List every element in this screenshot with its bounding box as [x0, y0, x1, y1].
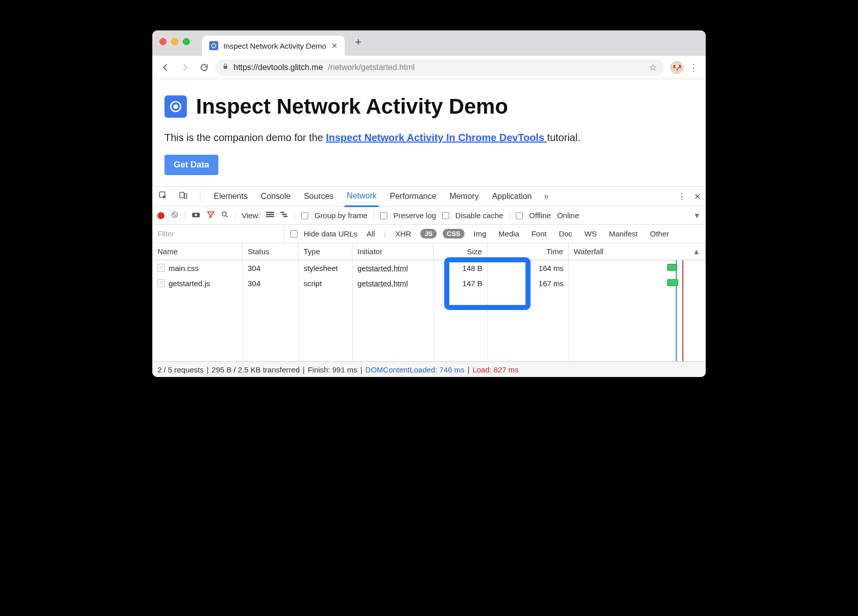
network-column-headers: Name Status Type Initiator Size Time Wat…	[152, 243, 706, 260]
preserve-log-label: Preserve log	[393, 211, 436, 220]
row-type: stylesheet	[299, 260, 352, 276]
close-window-icon[interactable]	[159, 38, 167, 45]
capture-screenshot-icon[interactable]	[191, 211, 201, 220]
profile-avatar[interactable]: 🐶	[670, 61, 683, 74]
reload-button[interactable]	[196, 59, 212, 76]
forward-button[interactable]	[177, 59, 193, 76]
get-data-button[interactable]: Get Data	[164, 155, 218, 175]
column-time[interactable]: Time	[487, 243, 569, 260]
filter-img[interactable]: Img	[471, 228, 489, 239]
filter-ws[interactable]: WS	[581, 228, 600, 239]
filter-all[interactable]: All	[364, 228, 378, 239]
column-status[interactable]: Status	[243, 243, 299, 260]
waterfall-bar	[667, 264, 677, 271]
hide-data-urls-checkbox[interactable]	[290, 230, 298, 237]
svg-rect-12	[266, 216, 274, 217]
page-heading-text: Inspect Network Activity Demo	[196, 94, 508, 119]
svg-rect-13	[280, 212, 284, 213]
row-type: script	[299, 276, 352, 291]
filter-other[interactable]: Other	[647, 228, 672, 239]
file-icon	[157, 279, 164, 287]
svg-rect-14	[282, 214, 287, 215]
sort-arrow-icon: ▲	[692, 247, 700, 256]
filter-manifest[interactable]: Manifest	[606, 228, 641, 239]
svg-rect-4	[180, 192, 184, 198]
throttling-dropdown-icon[interactable]: ▼	[693, 211, 701, 220]
url-path: /network/getstarted.html	[328, 63, 415, 72]
new-tab-button[interactable]: +	[350, 33, 367, 51]
tab-elements[interactable]: Elements	[212, 187, 250, 206]
record-button[interactable]	[157, 212, 164, 219]
more-tabs-icon[interactable]: »	[543, 192, 549, 201]
filter-xhr[interactable]: XHR	[392, 228, 414, 239]
status-finish: Finish: 991 ms	[308, 365, 357, 374]
waterfall-body	[569, 260, 706, 361]
intro-link[interactable]: Inspect Network Activity In Chrome DevTo…	[326, 132, 547, 143]
row-initiator[interactable]: getstarted.html	[357, 264, 408, 272]
status-load: Load: 827 ms	[473, 365, 519, 374]
column-waterfall[interactable]: Waterfall▲	[569, 243, 706, 260]
tab-sources[interactable]: Sources	[302, 187, 336, 206]
disable-cache-checkbox[interactable]	[442, 212, 449, 219]
offline-label: Offline	[529, 211, 551, 220]
filter-css[interactable]: CSS	[443, 229, 465, 238]
tab-application[interactable]: Application	[490, 187, 534, 206]
filter-toggle-icon[interactable]	[207, 211, 215, 220]
large-rows-icon[interactable]	[266, 211, 274, 220]
url-bar[interactable]: https://devtools.glitch.me/network/getst…	[215, 59, 664, 76]
group-by-frame-checkbox[interactable]	[301, 212, 308, 219]
svg-point-8	[195, 214, 197, 217]
zoom-window-icon[interactable]	[183, 38, 190, 45]
minimize-window-icon[interactable]	[171, 38, 178, 45]
filter-font[interactable]: Font	[529, 228, 550, 239]
browser-menu-icon[interactable]: ⋮	[686, 62, 701, 73]
column-type[interactable]: Type	[299, 243, 352, 260]
device-toggle-icon[interactable]	[178, 191, 189, 202]
column-name[interactable]: Name	[152, 243, 243, 260]
devtools-tab-bar: Elements Console Sources Network Perform…	[152, 186, 706, 207]
devtools-menu-icon[interactable]: ⋮	[678, 192, 686, 201]
lock-icon	[222, 63, 228, 72]
inspect-element-icon[interactable]	[157, 191, 169, 202]
browser-tab-active[interactable]: Inspect Network Activity Demo ✕	[202, 36, 345, 56]
filter-input[interactable]	[152, 225, 284, 243]
row-name: main.css	[169, 264, 199, 272]
preserve-log-checkbox[interactable]	[380, 212, 387, 219]
network-toolbar: View: Group by frame Preserve log Disabl…	[152, 207, 706, 225]
svg-rect-15	[284, 216, 288, 217]
favicon-icon	[209, 41, 218, 50]
offline-checkbox[interactable]	[516, 212, 523, 219]
page-intro: This is the companion demo for the Inspe…	[164, 132, 694, 144]
load-line	[682, 260, 683, 361]
tab-console[interactable]: Console	[259, 187, 293, 206]
svg-rect-11	[266, 214, 274, 215]
network-filter-row: Hide data URLs All | XHR JS CSS Img Medi…	[152, 225, 706, 243]
waterfall-view-icon[interactable]	[280, 211, 288, 220]
tab-close-icon[interactable]: ✕	[332, 42, 338, 50]
row-name: getstarted.js	[169, 279, 210, 288]
row-time: 164 ms	[487, 260, 569, 276]
tab-memory[interactable]: Memory	[447, 187, 481, 206]
network-request-rows: main.css 304 stylesheet getstarted.html …	[152, 260, 706, 362]
bookmark-star-icon[interactable]: ☆	[649, 62, 657, 73]
hide-data-urls-label: Hide data URLs	[304, 229, 357, 238]
file-icon	[157, 264, 164, 272]
disable-cache-label: Disable cache	[455, 211, 503, 220]
column-initiator[interactable]: Initiator	[352, 243, 434, 260]
devtools-close-icon[interactable]: ✕	[694, 192, 701, 201]
intro-text-post: tutorial.	[547, 132, 581, 143]
filter-media[interactable]: Media	[496, 228, 522, 239]
tab-network[interactable]: Network	[345, 186, 379, 207]
filter-js[interactable]: JS	[420, 229, 437, 238]
column-size[interactable]: Size	[434, 243, 487, 260]
search-icon[interactable]	[221, 211, 229, 220]
page-heading: Inspect Network Activity Demo	[164, 94, 694, 119]
row-status: 304	[243, 276, 299, 291]
online-label[interactable]: Online	[557, 211, 579, 220]
back-button[interactable]	[157, 59, 174, 76]
row-initiator[interactable]: getstarted.html	[357, 279, 408, 288]
tab-performance[interactable]: Performance	[388, 187, 439, 206]
filter-doc[interactable]: Doc	[556, 228, 576, 239]
address-bar: https://devtools.glitch.me/network/getst…	[152, 56, 706, 79]
clear-icon[interactable]	[171, 211, 179, 220]
